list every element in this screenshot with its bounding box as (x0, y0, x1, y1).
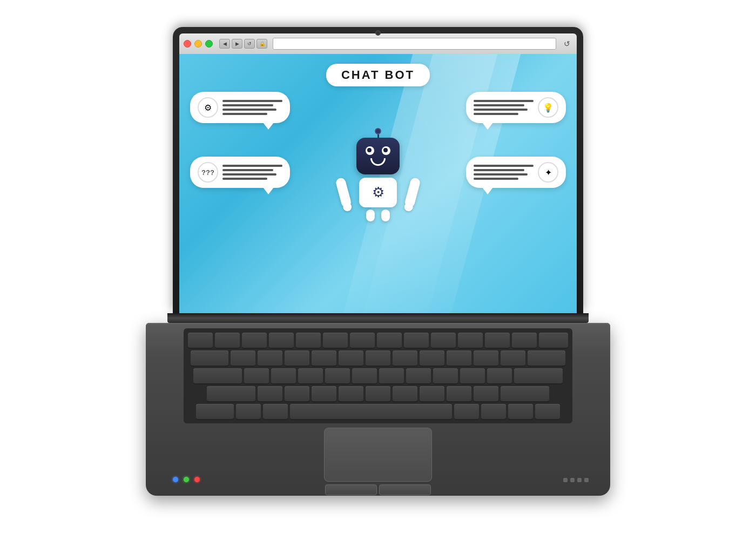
key[interactable] (393, 350, 417, 366)
key[interactable] (366, 350, 390, 366)
key[interactable] (474, 350, 498, 366)
touchpad-right-button[interactable] (379, 484, 431, 495)
key[interactable] (285, 350, 309, 366)
back-button[interactable]: ◀ (219, 39, 230, 49)
laptop-screen: ◀ ▶ ↺ 🔒 ↺ CHAT BOT ⚙ (173, 27, 583, 313)
key[interactable] (269, 333, 294, 348)
alt-right-key[interactable] (454, 404, 479, 419)
close-icon[interactable] (184, 40, 191, 48)
key[interactable] (296, 333, 321, 348)
antenna-ball (375, 128, 381, 134)
spacebar-key[interactable] (290, 404, 452, 419)
enter-key[interactable] (528, 350, 565, 366)
browser-bar: ◀ ▶ ↺ 🔒 ↺ (179, 33, 577, 54)
key[interactable] (298, 368, 323, 383)
refresh-icon[interactable]: ↺ (562, 39, 572, 49)
touchpad-left-button[interactable] (325, 484, 377, 495)
key[interactable] (393, 386, 417, 401)
reload-button[interactable]: ↺ (244, 39, 255, 49)
touchpad-buttons (325, 484, 431, 495)
key[interactable] (258, 350, 282, 366)
key[interactable] (339, 350, 363, 366)
antenna-stem (377, 134, 379, 141)
status-leds (173, 477, 200, 482)
key[interactable] (352, 368, 377, 383)
key-row-4 (188, 386, 568, 401)
key[interactable] (501, 350, 525, 366)
corner-dot (570, 478, 575, 482)
key[interactable] (377, 333, 402, 348)
bubble-bottom-left: ??? (190, 157, 290, 188)
bubble-bottom-right: ✦ (466, 157, 566, 188)
touchpad[interactable] (324, 428, 432, 482)
corner-dot (584, 478, 589, 482)
key[interactable] (420, 386, 444, 401)
key[interactable] (481, 404, 506, 419)
laptop-hinge (167, 313, 589, 323)
key[interactable] (406, 368, 431, 383)
key[interactable] (431, 333, 456, 348)
robot-left-eye (366, 146, 374, 155)
key[interactable] (215, 333, 240, 348)
text-line (474, 165, 534, 167)
robot-eyes (366, 146, 390, 155)
key[interactable] (485, 333, 510, 348)
key[interactable] (512, 333, 537, 348)
screen-content: CHAT BOT ⚙ ??? (179, 54, 577, 313)
lightbulb-icon: 💡 (538, 97, 558, 118)
caps-key[interactable] (193, 368, 242, 383)
key[interactable] (323, 333, 348, 348)
address-bar[interactable] (273, 38, 556, 50)
key[interactable] (271, 368, 296, 383)
robot-left-arm (335, 177, 352, 208)
key[interactable] (447, 350, 471, 366)
key[interactable] (535, 404, 560, 419)
fn-key[interactable] (236, 404, 261, 419)
chatbot-title: CHAT BOT (326, 64, 430, 86)
key[interactable] (231, 350, 255, 366)
maximize-icon[interactable] (205, 40, 213, 48)
webcam-icon (375, 30, 381, 36)
key[interactable] (312, 350, 336, 366)
text-line (222, 169, 273, 171)
text-line (474, 109, 528, 111)
key[interactable] (379, 368, 404, 383)
key[interactable] (433, 368, 458, 383)
shift-right-key[interactable] (514, 368, 563, 383)
key[interactable] (258, 386, 282, 401)
robot-right-leg (381, 210, 390, 221)
key[interactable] (458, 333, 483, 348)
nav-buttons: ◀ ▶ ↺ 🔒 (219, 39, 267, 49)
key[interactable] (312, 386, 336, 401)
touchpad-area (324, 428, 432, 495)
key[interactable] (474, 386, 498, 401)
key[interactable] (285, 386, 309, 401)
key[interactable] (244, 368, 269, 383)
minimize-icon[interactable] (194, 40, 202, 48)
key[interactable] (325, 368, 350, 383)
shift-right2-key[interactable] (501, 386, 549, 401)
key[interactable] (339, 386, 363, 401)
bubble-top-left: ⚙ (190, 92, 290, 123)
key[interactable] (487, 368, 512, 383)
key[interactable] (188, 333, 213, 348)
led-red (194, 477, 200, 482)
key[interactable] (350, 333, 375, 348)
alt-key[interactable] (263, 404, 288, 419)
key[interactable] (404, 333, 429, 348)
shift-left-key[interactable] (207, 386, 255, 401)
robot-right-eye (382, 146, 390, 155)
robot-smile (370, 158, 386, 166)
key[interactable] (242, 333, 267, 348)
tab-key[interactable] (191, 350, 228, 366)
key[interactable] (460, 368, 485, 383)
backspace-key[interactable] (539, 333, 568, 348)
ctrl-key[interactable] (196, 404, 234, 419)
forward-button[interactable]: ▶ (232, 39, 242, 49)
key[interactable] (420, 350, 444, 366)
key[interactable] (508, 404, 533, 419)
text-line (474, 173, 528, 176)
key[interactable] (447, 386, 471, 401)
key[interactable] (366, 386, 390, 401)
led-blue (173, 477, 178, 482)
